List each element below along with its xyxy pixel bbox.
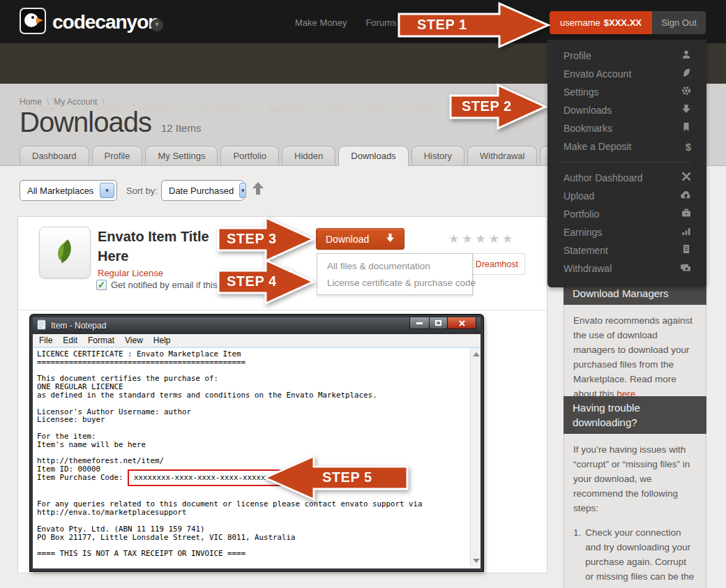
menu-item-earnings[interactable]: Earnings — [547, 223, 706, 241]
notepad-titlebar[interactable]: Item - Notepad — [33, 317, 481, 334]
download-icon — [681, 104, 691, 116]
notepad-menubar: File Edit Format View Help — [33, 334, 481, 348]
person-icon — [681, 50, 691, 62]
tools-icon — [681, 172, 691, 184]
leaf-icon — [681, 68, 691, 80]
tab-withdrawal[interactable]: Withdrawal — [467, 146, 537, 165]
logo-text: codecanyon — [52, 11, 159, 33]
step2-arrow: STEP 2 — [449, 82, 547, 131]
purchase-code-line: Item Purchase Code: xxxxxxxx-xxxx-xxxx-x… — [33, 474, 481, 482]
menu-help[interactable]: Help — [153, 336, 171, 345]
license-text-bottom: For any queries related to this document… — [33, 482, 481, 558]
notepad-window: Item - Notepad File Edit Format View Hel… — [30, 315, 483, 571]
breadcrumb-my-account[interactable]: My Account — [54, 97, 97, 107]
cloud-upload-icon — [681, 190, 691, 202]
select-chevron-down-icon: ▼ — [100, 183, 114, 198]
menu-item-withdrawal[interactable]: Withdrawal — [547, 259, 706, 278]
nav-html5[interactable]: HTML5 — [408, 103, 438, 114]
menu-item-downloads[interactable]: Downloads — [547, 101, 706, 119]
sort-direction-up-icon[interactable] — [252, 182, 264, 197]
item-rating-stars[interactable]: ★★★★★ — [448, 232, 515, 246]
nav-javascript[interactable]: JavaScript — [268, 103, 310, 114]
statement-icon — [681, 244, 691, 257]
marketplace-select[interactable]: All Marketplaces ▼ — [20, 180, 117, 201]
tab-hidden[interactable]: Hidden — [282, 146, 335, 165]
notepad-content: LICENCE CERTIFICATE : Envato Marketplace… — [33, 348, 481, 567]
items-count: 12 Items — [161, 122, 202, 134]
codecanyon-downloads-page: codecanyon ▼ Make Money Forums Community… — [0, 0, 726, 588]
scroll-down-icon[interactable] — [473, 559, 480, 563]
username-label: username — [560, 17, 600, 28]
codecanyon-bird-icon — [20, 8, 46, 37]
username-balance-button[interactable]: username $XXX.XX — [550, 11, 652, 34]
cash-icon — [680, 262, 691, 275]
menu-item-profile[interactable]: Profile — [547, 47, 706, 65]
nav-mobile[interactable]: Mobile — [363, 103, 390, 114]
nav-ecommerce[interactable]: eCommerce — [201, 103, 250, 114]
nav-forums[interactable]: Forums — [365, 17, 396, 28]
envato-leaf-icon — [50, 237, 80, 268]
download-managers-box: Download Managers Envato recommends agai… — [564, 282, 706, 410]
page-title: Downloads — [20, 107, 151, 138]
menu-format[interactable]: Format — [88, 336, 114, 345]
codecanyon-logo[interactable]: codecanyon — [20, 8, 159, 37]
sort-select[interactable]: Date Purchased ▼ — [161, 180, 244, 201]
account-dropdown-menu: Profile Envato Account Settings Download… — [547, 40, 706, 287]
license-text-top: LICENCE CERTIFICATE : Envato Marketplace… — [33, 348, 481, 474]
notify-checkbox[interactable]: ✓ — [96, 280, 107, 290]
tab-profile[interactable]: Profile — [92, 146, 143, 165]
menu-item-bookmarks[interactable]: Bookmarks — [547, 119, 706, 137]
notify-label: Get notified by email if this iter — [111, 280, 232, 290]
breadcrumb: Home\My Account\ — [20, 97, 109, 107]
download-button[interactable]: Download — [316, 228, 404, 250]
tab-downloads[interactable]: Downloads — [338, 146, 408, 166]
menu-license-certificate[interactable]: License certificate & purchase code — [327, 278, 462, 288]
bookmark-icon — [681, 122, 691, 135]
bar-chart-icon — [681, 226, 691, 239]
menu-divider — [563, 162, 691, 163]
menu-item-make-a-deposit[interactable]: Make a Deposit $ — [547, 137, 706, 156]
menu-item-settings[interactable]: Settings — [547, 83, 706, 101]
menu-item-statement[interactable]: Statement — [547, 241, 706, 259]
maximize-button[interactable] — [429, 317, 448, 329]
tab-history[interactable]: History — [411, 146, 464, 165]
step5-arrow: STEP 5 — [264, 453, 409, 502]
card-divider — [18, 310, 547, 310]
briefcase-icon — [681, 208, 691, 220]
menu-item-upload[interactable]: Upload — [547, 187, 706, 205]
sort-by-label: Sort by: — [126, 186, 158, 196]
notepad-window-title: Item - Notepad — [51, 321, 106, 331]
notepad-app-icon — [37, 319, 46, 333]
select-chevron-down-icon: ▼ — [239, 183, 246, 198]
menu-all-files[interactable]: All files & documentation — [327, 261, 462, 271]
marketplace-switcher-caret-icon[interactable]: ▼ — [151, 19, 163, 31]
step1-arrow: STEP 1 — [398, 1, 551, 50]
item-license-link[interactable]: Regular License — [98, 268, 163, 278]
menu-view[interactable]: View — [125, 336, 143, 345]
menu-item-envato-account[interactable]: Envato Account — [547, 65, 706, 83]
nav-make-money[interactable]: Make Money — [295, 17, 347, 28]
item-thumbnail[interactable] — [39, 227, 91, 278]
gear-icon — [681, 86, 691, 98]
sign-out-button[interactable]: Sign Out — [652, 11, 706, 34]
menu-edit[interactable]: Edit — [63, 336, 77, 345]
dollar-icon: $ — [686, 141, 691, 153]
menu-item-portfolio[interactable]: Portfolio — [547, 205, 706, 223]
nav-css[interactable]: CSS — [328, 103, 347, 114]
minimize-button[interactable] — [409, 317, 430, 329]
item-title[interactable]: Envato Item Title Here — [98, 227, 227, 266]
close-button[interactable] — [447, 317, 476, 329]
breadcrumb-home[interactable]: Home — [20, 97, 42, 107]
balance-label: $XXX.XX — [604, 17, 642, 28]
site-header: codecanyon ▼ Make Money Forums Community… — [0, 0, 726, 43]
scroll-up-icon[interactable] — [473, 352, 480, 356]
tab-dashboard[interactable]: Dashboard — [20, 146, 89, 165]
tab-my-settings[interactable]: My Settings — [145, 146, 218, 165]
menu-item-author-dashboard[interactable]: Author Dashboard — [547, 169, 706, 187]
account-tabs: Dashboard Profile My Settings Portfolio … — [20, 146, 601, 166]
step3-arrow: STEP 3 — [217, 215, 315, 264]
menu-file[interactable]: File — [39, 336, 52, 345]
notepad-scrollbar[interactable] — [470, 348, 481, 567]
tab-portfolio[interactable]: Portfolio — [220, 146, 279, 165]
dreamhost-link[interactable]: Dreamhost — [476, 259, 518, 269]
